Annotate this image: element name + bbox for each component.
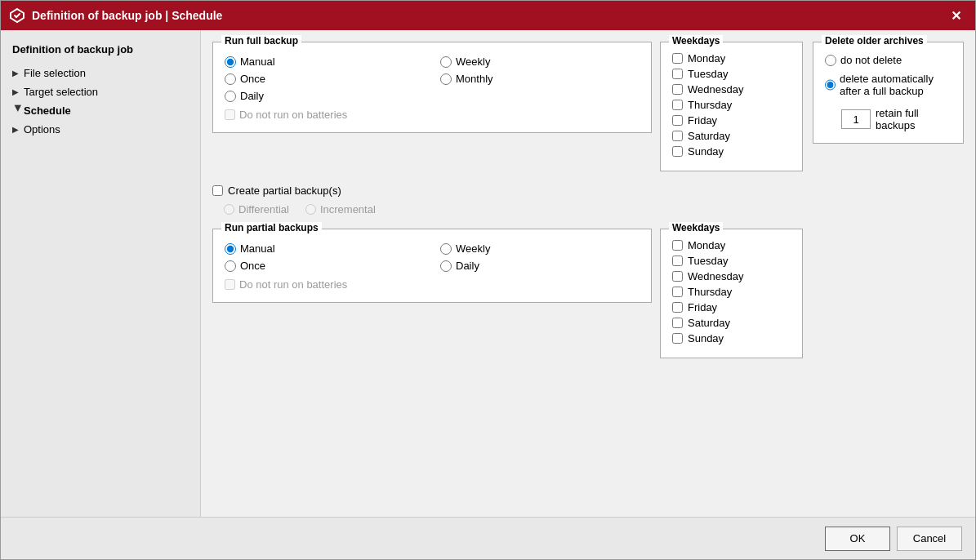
- sidebar-item-file-selection[interactable]: ▶ File selection: [1, 64, 200, 82]
- partial-once-row[interactable]: Once: [225, 260, 424, 272]
- full-tue-label: Tuesday: [688, 68, 728, 80]
- partial-daily-radio[interactable]: [440, 260, 452, 272]
- sidebar: Definition of backup job ▶ File selectio…: [1, 30, 201, 517]
- delete-auto-radio[interactable]: [825, 79, 836, 91]
- retain-input[interactable]: 1: [841, 109, 871, 129]
- partial-weekly-label: Weekly: [456, 242, 490, 255]
- full-sat-label: Saturday: [688, 130, 730, 142]
- full-weekly-radio[interactable]: [440, 56, 452, 68]
- partial-weekday-sun[interactable]: Sunday: [672, 331, 791, 346]
- partial-daily-row[interactable]: Daily: [440, 260, 640, 272]
- do-not-delete-row[interactable]: do not delete: [825, 51, 951, 69]
- partial-weekly-radio[interactable]: [440, 243, 452, 255]
- full-manual-radio[interactable]: [225, 56, 236, 68]
- partial-thu-checkbox[interactable]: [672, 287, 683, 297]
- partial-sun-checkbox[interactable]: [672, 333, 683, 344]
- partial-weekday-sat[interactable]: Saturday: [672, 315, 791, 331]
- partial-weekdays-box: Weekdays Monday Tuesday Wednesday: [660, 229, 803, 358]
- partial-sat-label: Saturday: [688, 317, 730, 329]
- left-column: Run full backup Manual Weekly: [212, 42, 803, 505]
- sidebar-item-target-selection[interactable]: ▶ Target selection: [1, 82, 200, 101]
- dialog-footer: OK Cancel: [1, 517, 975, 559]
- incremental-label: Incremental: [320, 203, 376, 216]
- full-sun-checkbox[interactable]: [672, 146, 683, 157]
- full-tue-checkbox[interactable]: [672, 69, 683, 79]
- full-mon-checkbox[interactable]: [672, 53, 683, 64]
- arrow-icon: ▶: [14, 105, 23, 117]
- partial-fri-checkbox[interactable]: [672, 302, 683, 313]
- arrow-icon: ▶: [12, 69, 24, 78]
- full-once-row[interactable]: Once: [225, 73, 424, 85]
- delete-archives-box: Delete older archives do not delete dele…: [813, 42, 964, 144]
- full-weekday-thu[interactable]: Thursday: [672, 97, 791, 113]
- full-weekday-tue[interactable]: Tuesday: [672, 66, 791, 82]
- partial-weekday-wed[interactable]: Wednesday: [672, 269, 791, 284]
- sidebar-label-schedule: Schedule: [24, 104, 71, 117]
- full-weekly-row[interactable]: Weekly: [440, 56, 640, 68]
- partial-manual-row[interactable]: Manual: [225, 242, 424, 255]
- full-once-radio[interactable]: [225, 73, 236, 85]
- full-sun-label: Sunday: [688, 145, 724, 158]
- differential-radio: [224, 204, 234, 215]
- incremental-row: Incremental: [305, 203, 376, 216]
- partial-thu-label: Thursday: [688, 286, 732, 298]
- ok-button[interactable]: OK: [825, 527, 890, 551]
- full-batteries-checkbox: [225, 109, 235, 120]
- dialog: Definition of backup job | Schedule ✕ De…: [0, 0, 976, 560]
- full-wed-checkbox[interactable]: [672, 84, 683, 95]
- incremental-radio: [305, 204, 316, 215]
- full-monthly-radio[interactable]: [440, 73, 452, 85]
- full-once-label: Once: [240, 73, 265, 85]
- app-icon: [9, 7, 25, 24]
- partial-tue-label: Tuesday: [688, 255, 728, 267]
- full-weekday-sat[interactable]: Saturday: [672, 128, 791, 144]
- partial-weekday-fri[interactable]: Friday: [672, 300, 791, 315]
- full-weekdays-box: Weekdays Monday Tuesday Wednesday: [660, 42, 803, 171]
- full-manual-row[interactable]: Manual: [225, 56, 424, 68]
- run-partial-backup-box: Run partial backups Manual Weekly: [212, 229, 652, 303]
- full-weekday-mon[interactable]: Monday: [672, 51, 791, 66]
- full-weekday-fri[interactable]: Friday: [672, 113, 791, 128]
- full-weekday-wed[interactable]: Wednesday: [672, 82, 791, 97]
- full-thu-checkbox[interactable]: [672, 100, 683, 110]
- arrow-icon: ▶: [12, 87, 24, 96]
- sidebar-label-file-selection: File selection: [24, 67, 86, 79]
- do-not-delete-radio[interactable]: [825, 55, 836, 66]
- partial-backup-row: Run partial backups Manual Weekly: [212, 229, 803, 358]
- partial-weekday-thu[interactable]: Thursday: [672, 284, 791, 300]
- partial-mon-checkbox[interactable]: [672, 240, 683, 251]
- partial-sun-label: Sunday: [688, 332, 724, 344]
- partial-tue-checkbox[interactable]: [672, 256, 683, 266]
- partial-weekday-tue[interactable]: Tuesday: [672, 253, 791, 269]
- full-fri-checkbox[interactable]: [672, 115, 683, 126]
- delete-archives-title: Delete older archives: [822, 35, 927, 47]
- full-monthly-row[interactable]: Monthly: [440, 73, 640, 85]
- delete-auto-row[interactable]: delete automatically after a full backup: [825, 69, 951, 100]
- sidebar-item-schedule[interactable]: ▶ Schedule: [1, 101, 200, 120]
- partial-batteries-row: Do not run on batteries: [225, 278, 640, 291]
- main-content: Run full backup Manual Weekly: [201, 30, 975, 517]
- partial-weekday-mon[interactable]: Monday: [672, 238, 791, 253]
- full-daily-radio[interactable]: [225, 91, 236, 102]
- cancel-button[interactable]: Cancel: [897, 527, 962, 551]
- full-weekday-sun[interactable]: Sunday: [672, 144, 791, 159]
- partial-wed-checkbox[interactable]: [672, 271, 683, 282]
- full-batteries-row: Do not run on batteries: [225, 109, 640, 121]
- sidebar-item-options[interactable]: ▶ Options: [1, 120, 200, 139]
- close-button[interactable]: ✕: [944, 4, 967, 27]
- create-partial-checkbox[interactable]: [212, 185, 223, 196]
- partial-checkbox-row[interactable]: Create partial backup(s): [212, 181, 803, 200]
- full-daily-row[interactable]: Daily: [225, 90, 424, 102]
- full-sat-checkbox[interactable]: [672, 131, 683, 141]
- partial-sat-checkbox[interactable]: [672, 318, 683, 328]
- partial-weekly-row[interactable]: Weekly: [440, 242, 640, 255]
- create-partial-label: Create partial backup(s): [228, 184, 341, 197]
- dialog-title: Definition of backup job | Schedule: [32, 9, 944, 22]
- full-monthly-label: Monthly: [456, 73, 493, 85]
- retain-row: 1 retain full backups: [841, 107, 951, 131]
- full-backup-row: Run full backup Manual Weekly: [212, 42, 803, 171]
- partial-mon-label: Monday: [688, 239, 725, 251]
- partial-manual-radio[interactable]: [225, 243, 236, 255]
- partial-once-radio[interactable]: [225, 260, 236, 272]
- titlebar: Definition of backup job | Schedule ✕: [1, 1, 975, 30]
